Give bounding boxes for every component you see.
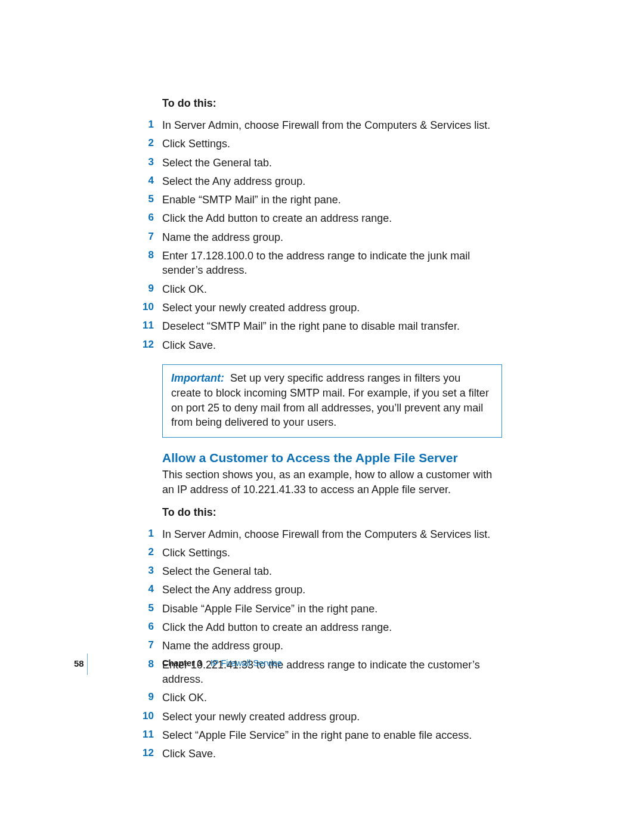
- list-item: 1In Server Admin, choose Firewall from t…: [162, 526, 502, 543]
- step-text: Click the Add button to create an addres…: [162, 212, 392, 224]
- step-text: Select your newly created address group.: [162, 302, 360, 314]
- step-text: Select the General tab.: [162, 157, 272, 169]
- procedure-lead-2: To do this:: [162, 506, 502, 519]
- step-text: Select “Apple File Service” in the right…: [162, 729, 472, 741]
- list-item: 6Click the Add button to create an addre…: [162, 210, 502, 227]
- step-text: Select your newly created address group.: [162, 711, 360, 723]
- procedure-steps-2: 1In Server Admin, choose Firewall from t…: [162, 526, 502, 763]
- step-text: In Server Admin, choose Firewall from th…: [162, 528, 490, 540]
- step-text: Click Save.: [162, 339, 216, 351]
- section-heading: Allow a Customer to Access the Apple Fil…: [162, 451, 502, 465]
- page-number: 58: [74, 658, 84, 668]
- step-text: Click OK.: [162, 692, 207, 704]
- step-text: Click Save.: [162, 748, 216, 760]
- list-item: 11Select “Apple File Service” in the rig…: [162, 727, 502, 744]
- important-label: Important:: [171, 372, 224, 384]
- step-text: Click the Add button to create an addres…: [162, 621, 392, 633]
- list-item: 7Name the address group.: [162, 637, 502, 654]
- step-text: Name the address group.: [162, 640, 283, 652]
- list-item: 4Select the Any address group.: [162, 581, 502, 598]
- step-text: Select the Any address group.: [162, 584, 305, 596]
- list-item: 2Click Settings.: [162, 544, 502, 561]
- list-item: 6Click the Add button to create an addre…: [162, 619, 502, 636]
- chapter-label: Chapter 3: [162, 658, 202, 668]
- step-text: In Server Admin, choose Firewall from th…: [162, 119, 490, 131]
- page: To do this: 1In Server Admin, choose Fir…: [0, 0, 644, 833]
- list-item: 10Select your newly created address grou…: [162, 708, 502, 725]
- list-item: 9Click OK.: [162, 689, 502, 706]
- step-text: Click OK.: [162, 283, 207, 295]
- list-item: 11Deselect “SMTP Mail” in the right pane…: [162, 318, 502, 335]
- chapter-ref: Chapter 3 IP Firewall Service: [162, 658, 282, 668]
- list-item: 8Enter 17.128.100.0 to the address range…: [162, 247, 502, 279]
- list-item: 4Select the Any address group.: [162, 173, 502, 190]
- list-item: 2Click Settings.: [162, 135, 502, 152]
- step-text: Disable “Apple File Service” in the righ…: [162, 603, 377, 615]
- list-item: 5Disable “Apple File Service” in the rig…: [162, 600, 502, 617]
- list-item: 1In Server Admin, choose Firewall from t…: [162, 117, 502, 134]
- list-item: 12Click Save.: [162, 745, 502, 762]
- list-item: 12Click Save.: [162, 337, 502, 354]
- step-text: Select the General tab.: [162, 565, 272, 577]
- step-text: Enter 17.128.100.0 to the address range …: [162, 250, 470, 276]
- step-text: Enable “SMTP Mail” in the right pane.: [162, 194, 341, 206]
- list-item: 5Enable “SMTP Mail” in the right pane.: [162, 191, 502, 208]
- list-item: 3Select the General tab.: [162, 563, 502, 580]
- step-text: Name the address group.: [162, 231, 283, 243]
- section-intro: This section shows you, as an example, h…: [162, 467, 502, 497]
- step-text: Select the Any address group.: [162, 175, 305, 187]
- step-text: Deselect “SMTP Mail” in the right pane t…: [162, 320, 460, 332]
- list-item: 3Select the General tab.: [162, 154, 502, 171]
- footer-rule: [87, 654, 88, 675]
- procedure-lead-1: To do this:: [162, 97, 502, 110]
- procedure-steps-1: 1In Server Admin, choose Firewall from t…: [162, 117, 502, 354]
- list-item: 7Name the address group.: [162, 229, 502, 246]
- step-text: Click Settings.: [162, 547, 230, 559]
- list-item: 10Select your newly created address grou…: [162, 299, 502, 316]
- list-item: 9Click OK.: [162, 281, 502, 298]
- important-callout: Important: Set up very specific address …: [162, 364, 502, 438]
- step-text: Click Settings.: [162, 138, 230, 150]
- chapter-title: IP Firewall Service: [210, 658, 282, 668]
